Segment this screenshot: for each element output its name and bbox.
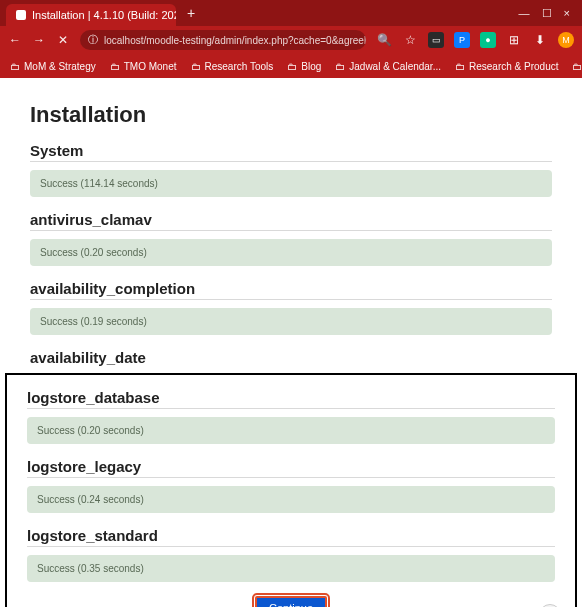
bookmark-folder[interactable]: 🗀Research & Product bbox=[455, 61, 559, 72]
status-success: Success (0.19 seconds) bbox=[30, 308, 552, 335]
bookmark-folder[interactable]: 🗀Research Tools bbox=[191, 61, 274, 72]
extension-icon[interactable]: ● bbox=[480, 32, 496, 48]
folder-icon: 🗀 bbox=[10, 61, 20, 72]
browser-tab[interactable]: Installation | 4.1.10 (Build: 2024 × bbox=[6, 4, 176, 26]
address-bar[interactable]: ⓘ localhost/moodle-testing/admin/index.p… bbox=[80, 30, 366, 50]
status-success: Success (0.20 seconds) bbox=[27, 417, 555, 444]
folder-icon: 🗀 bbox=[572, 61, 582, 72]
plugin-heading: logstore_standard bbox=[27, 527, 555, 547]
status-success: Success (0.20 seconds) bbox=[30, 239, 552, 266]
folder-icon: 🗀 bbox=[335, 61, 345, 72]
plugin-heading: antivirus_clamav bbox=[30, 211, 552, 231]
nav-forward-icon[interactable]: → bbox=[32, 33, 46, 47]
tab-strip: Installation | 4.1.10 (Build: 2024 × + —… bbox=[0, 0, 582, 26]
status-success: Success (0.24 seconds) bbox=[27, 486, 555, 513]
bookmark-folder[interactable]: 🗀Jadwal & Calendar... bbox=[335, 61, 441, 72]
tab-title: Installation | 4.1.10 (Build: 2024 bbox=[32, 9, 176, 21]
search-icon[interactable]: 🔍 bbox=[376, 33, 392, 47]
bookmark-folder[interactable]: 🗀Blog bbox=[287, 61, 321, 72]
bookmark-folder[interactable]: 🗀TMO Monet bbox=[110, 61, 177, 72]
profile-avatar[interactable]: M bbox=[558, 32, 574, 48]
plugin-heading: System bbox=[30, 142, 552, 162]
folder-icon: 🗀 bbox=[191, 61, 201, 72]
new-tab-button[interactable]: + bbox=[182, 5, 200, 21]
status-success: Success (114.14 seconds) bbox=[30, 170, 552, 197]
window-close-icon[interactable]: × bbox=[564, 7, 570, 20]
downloads-icon[interactable]: ⬇ bbox=[532, 33, 548, 47]
extension-icon[interactable]: ▭ bbox=[428, 32, 444, 48]
plugin-heading: logstore_legacy bbox=[27, 458, 555, 478]
nav-back-icon[interactable]: ← bbox=[8, 33, 22, 47]
page-content-bottom: logstore_database Success (0.20 seconds)… bbox=[6, 374, 576, 607]
folder-icon: 🗀 bbox=[287, 61, 297, 72]
bookmarks-bar: 🗀MoM & Strategy 🗀TMO Monet 🗀Research Too… bbox=[0, 54, 582, 78]
browser-chrome: Installation | 4.1.10 (Build: 2024 × + —… bbox=[0, 0, 582, 78]
extension-icon[interactable]: P bbox=[454, 32, 470, 48]
page-title: Installation bbox=[30, 102, 552, 128]
folder-icon: 🗀 bbox=[455, 61, 465, 72]
status-success: Success (0.35 seconds) bbox=[27, 555, 555, 582]
tab-favicon bbox=[16, 10, 26, 20]
url-text: localhost/moodle-testing/admin/index.php… bbox=[104, 35, 366, 46]
page-content-top: Installation System Success (114.14 seco… bbox=[0, 78, 582, 368]
extensions-menu-icon[interactable]: ⊞ bbox=[506, 33, 522, 47]
bookmark-folder[interactable]: 🗀Design bbox=[572, 61, 582, 72]
toolbar: ← → ✕ ⓘ localhost/moodle-testing/admin/i… bbox=[0, 26, 582, 54]
nav-stop-icon[interactable]: ✕ bbox=[56, 33, 70, 47]
window-minimize-icon[interactable]: — bbox=[519, 7, 530, 20]
continue-button[interactable]: Continue bbox=[255, 596, 327, 607]
folder-icon: 🗀 bbox=[110, 61, 120, 72]
plugin-heading: availability_completion bbox=[30, 280, 552, 300]
site-info-icon[interactable]: ⓘ bbox=[88, 33, 98, 47]
window-maximize-icon[interactable]: ☐ bbox=[542, 7, 552, 20]
bookmark-star-icon[interactable]: ☆ bbox=[402, 33, 418, 47]
plugin-heading: availability_date bbox=[30, 349, 552, 368]
bookmark-folder[interactable]: 🗀MoM & Strategy bbox=[10, 61, 96, 72]
plugin-heading: logstore_database bbox=[27, 389, 555, 409]
